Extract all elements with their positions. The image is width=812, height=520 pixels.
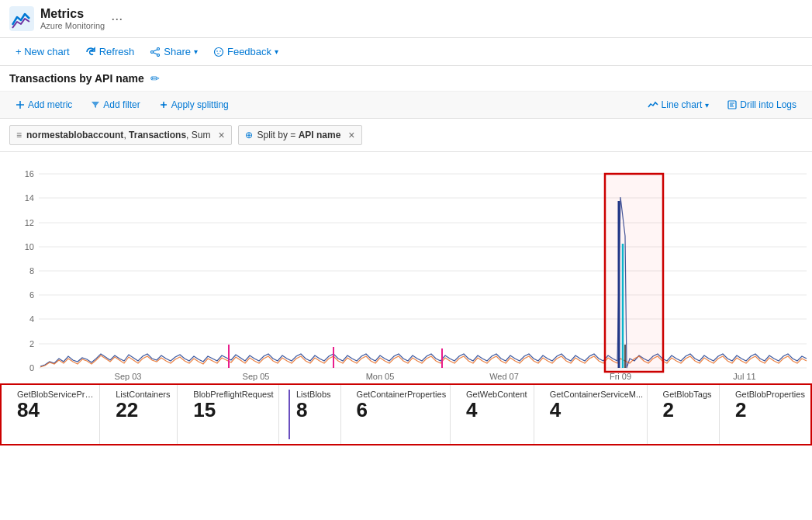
svg-point-7 xyxy=(216,50,218,52)
svg-point-1 xyxy=(157,47,160,50)
svg-text:4: 4 xyxy=(29,314,34,324)
svg-text:10: 10 xyxy=(25,242,34,251)
add-filter-button[interactable]: Add filter xyxy=(85,96,146,113)
chart-container: 0 2 4 6 8 10 12 14 16 Sep 03 Sep 05 Mon … xyxy=(0,152,812,383)
svg-point-2 xyxy=(151,50,154,53)
metric-tag: ≡ normestablobaccount, Transactions, Sum… xyxy=(9,125,232,145)
svg-text:Jul 11: Jul 11 xyxy=(733,372,755,381)
svg-text:Wed 07: Wed 07 xyxy=(489,372,519,381)
edit-title-icon[interactable]: ✏ xyxy=(150,72,160,85)
chart-controls-bar: Add metric Add filter Apply splitting Li… xyxy=(0,92,812,119)
chart-right-controls: Line chart ▾ Drill into Logs xyxy=(641,96,803,113)
chart-title: Transactions by API name xyxy=(9,72,144,85)
app-icon xyxy=(9,6,34,31)
add-metric-button[interactable]: Add metric xyxy=(9,96,78,113)
svg-point-6 xyxy=(214,47,223,56)
feedback-icon xyxy=(213,47,224,57)
metric-card-7: GetBlobTags 2 xyxy=(648,385,720,444)
app-subtitle: Azure Monitoring xyxy=(40,21,105,30)
metric-label-4: GetContainerProperties xyxy=(357,390,447,399)
svg-line-4 xyxy=(154,50,157,51)
svg-text:Sep 05: Sep 05 xyxy=(243,372,270,381)
new-chart-button[interactable]: + New chart xyxy=(9,43,76,61)
metric-value-8: 2 xyxy=(735,399,805,421)
metric-tag-text: normestablobaccount, Transactions, Sum xyxy=(26,130,210,140)
share-button[interactable]: Share ▾ xyxy=(143,43,204,61)
highlight-box xyxy=(605,174,663,372)
metric-value-6: 4 xyxy=(550,399,643,421)
chart-line-orange xyxy=(40,355,807,367)
svg-text:Fri 09: Fri 09 xyxy=(610,372,631,381)
svg-text:Sep 03: Sep 03 xyxy=(115,372,142,381)
metric-card-0: GetBlobServiceProper... 84 xyxy=(2,385,100,444)
metric-tag-icon: ≡ xyxy=(16,130,22,140)
main-toolbar: + New chart Refresh Share ▾ Feedback ▾ xyxy=(0,38,812,66)
line-chart-icon xyxy=(648,101,658,109)
drill-into-logs-button[interactable]: Drill into Logs xyxy=(721,96,803,113)
svg-line-5 xyxy=(154,52,157,54)
share-chevron-icon: ▾ xyxy=(194,47,198,56)
line-chart-chevron-icon: ▾ xyxy=(705,101,709,109)
metric-card-1: ListContainers 22 xyxy=(100,385,178,444)
app-header: Metrics Azure Monitoring ··· xyxy=(0,0,812,38)
feedback-button[interactable]: Feedback ▾ xyxy=(207,43,285,61)
svg-text:16: 16 xyxy=(25,169,34,179)
svg-text:12: 12 xyxy=(25,218,34,227)
metrics-footer: GetBlobServiceProper... 84 ListContainer… xyxy=(0,383,812,445)
svg-text:6: 6 xyxy=(29,290,34,300)
split-tag-icon: ⊕ xyxy=(245,130,253,140)
split-icon xyxy=(159,100,168,109)
split-tag-close[interactable]: × xyxy=(348,129,354,141)
svg-point-3 xyxy=(157,54,160,56)
chart-title-bar: Transactions by API name ✏ xyxy=(0,66,812,92)
split-tag: ⊕ Split by = API name × xyxy=(238,125,362,145)
metric-value-2: 15 xyxy=(193,399,273,421)
metric-value-5: 4 xyxy=(466,399,527,421)
metric-value-0: 84 xyxy=(17,399,95,421)
svg-text:14: 14 xyxy=(25,193,34,203)
refresh-icon xyxy=(85,47,96,57)
app-title: Metrics xyxy=(40,7,105,21)
metric-label-6: GetContainerServiceM... xyxy=(550,390,643,399)
metric-card-8: GetBlobProperties 2 xyxy=(720,385,810,444)
metric-card-5: GetWebContent 4 xyxy=(451,385,534,444)
add-metric-icon xyxy=(16,100,25,109)
metric-value-7: 2 xyxy=(663,399,712,421)
filter-icon xyxy=(91,100,100,109)
drill-icon xyxy=(727,100,737,109)
metric-value-3: 8 xyxy=(296,399,331,421)
metric-card-6: GetContainerServiceM... 4 xyxy=(534,385,648,444)
metric-card-4: GetContainerProperties 6 xyxy=(341,385,451,444)
chart-svg: 0 2 4 6 8 10 12 14 16 Sep 03 Sep 05 Mon … xyxy=(0,158,812,383)
metric-value-1: 22 xyxy=(116,399,170,421)
more-options-button[interactable]: ··· xyxy=(111,11,123,27)
metric-value-4: 6 xyxy=(357,399,447,421)
y-axis: 0 2 4 6 8 10 12 14 16 xyxy=(25,169,807,373)
app-title-group: Metrics Azure Monitoring xyxy=(40,7,105,30)
metric-card-2: BlobPreflightRequest 15 xyxy=(178,385,278,444)
svg-point-8 xyxy=(219,50,221,52)
metric-bar-3 xyxy=(289,390,290,439)
tags-bar: ≡ normestablobaccount, Transactions, Sum… xyxy=(0,119,812,152)
refresh-button[interactable]: Refresh xyxy=(79,43,141,61)
metric-tag-close[interactable]: × xyxy=(218,129,224,141)
svg-text:2: 2 xyxy=(29,339,34,348)
split-tag-text: Split by = API name xyxy=(257,130,341,140)
apply-splitting-button[interactable]: Apply splitting xyxy=(153,96,235,113)
svg-point-13 xyxy=(162,104,164,106)
x-axis-labels: Sep 03 Sep 05 Mon 05 Wed 07 Fri 09 Jul 1… xyxy=(115,372,756,381)
svg-text:Mon 05: Mon 05 xyxy=(366,372,395,381)
line-chart-button[interactable]: Line chart ▾ xyxy=(641,96,716,113)
share-icon xyxy=(150,47,161,57)
svg-text:0: 0 xyxy=(29,363,34,373)
feedback-chevron-icon: ▾ xyxy=(275,47,278,56)
metric-card-3: ListBlobs 8 xyxy=(279,385,341,444)
svg-text:8: 8 xyxy=(29,266,34,276)
